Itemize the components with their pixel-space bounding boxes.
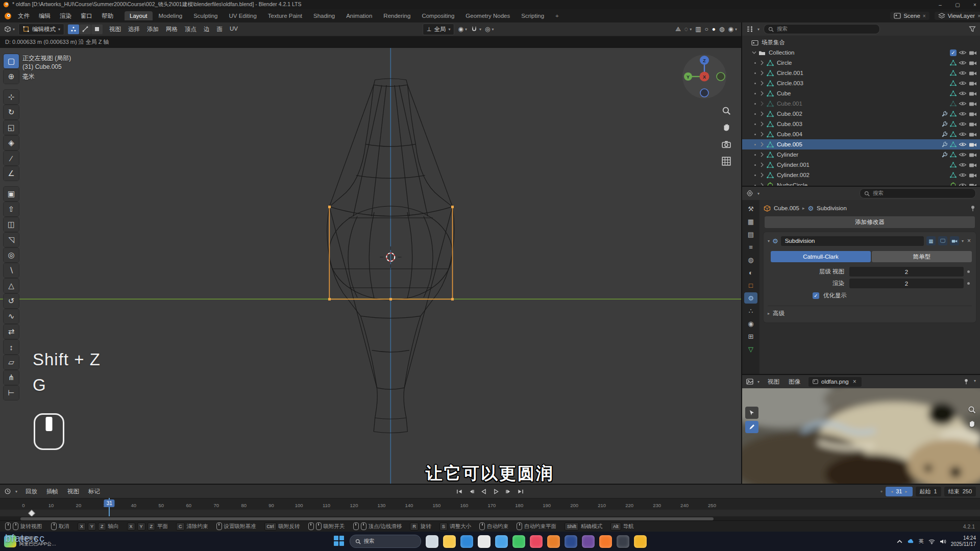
frame-end-field[interactable]: 结束 250 [944,487,976,496]
timeline-menu-item[interactable]: 标记 [84,487,104,496]
viewport-menu-item[interactable]: 顶点 [182,24,200,34]
shading-solid-icon[interactable]: ● [712,26,716,33]
viewlayer-selector[interactable]: ViewLayer × [935,12,980,20]
expand-icon[interactable] [760,111,765,116]
properties-tab-particles[interactable]: ∴ [744,305,757,316]
hide-eye-icon[interactable] [959,70,967,76]
hide-eye-icon[interactable] [959,111,967,117]
outliner-item[interactable]: Cube.002 [742,109,980,119]
auto-key-icon[interactable]: ◦ [880,488,883,495]
timeline-menu-item[interactable]: 插帧 [42,487,62,496]
workspace-tab[interactable]: Shading [308,11,340,20]
image-canvas[interactable] [742,388,980,484]
timeline-menu-item[interactable]: 回放 [21,487,41,496]
shading-rendered-icon[interactable]: ◉▾ [728,26,738,33]
workspace-tab[interactable]: Rendering [378,11,415,20]
hide-eye-icon[interactable] [959,182,967,186]
start-button[interactable] [334,536,345,547]
outliner-item[interactable]: Circle [742,58,980,68]
tool-cursor[interactable]: ⊕ [4,69,19,84]
sample-tool-button[interactable] [745,407,758,419]
tool-bevel[interactable]: ◹ [4,233,19,247]
tool-rip-edge[interactable]: ⊢ [4,386,19,400]
mode-dropdown[interactable]: 编辑模式 ▾ [18,23,64,35]
volume-icon[interactable] [940,538,946,545]
modifier-name-field[interactable]: Subdivision [781,236,924,246]
tool-poly-build[interactable]: △ [4,279,19,293]
levels-viewport-field[interactable]: 2 [849,267,964,277]
collection-row[interactable]: Collection ✓ [742,47,980,58]
disable-render-icon[interactable] [969,90,977,96]
collection-camera-icon[interactable] [969,49,977,56]
outliner-type-icon[interactable] [746,26,753,32]
tool-measure[interactable]: ∠ [4,166,19,181]
properties-tab-constraints[interactable]: ⊞ [744,331,757,342]
taskbar-app-task-view[interactable] [426,535,438,548]
workspace-tab[interactable]: Modeling [154,11,188,20]
show-gizmo-icon[interactable]: ⟁ [675,26,681,33]
outliner-item[interactable]: Cube.004 [742,129,980,139]
topbar-menu-item[interactable]: 窗口 [77,11,96,21]
tool-shear[interactable]: ▱ [4,355,19,369]
filter-funnel-icon[interactable] [969,26,976,32]
outliner-item[interactable]: Circle.001 [742,68,980,78]
taskbar-app-browser[interactable] [634,535,647,548]
close-button[interactable]: × [967,1,980,9]
disable-render-icon[interactable] [969,152,977,158]
taskbar-app-photoshop[interactable] [565,535,577,548]
expand-icon[interactable] [760,183,765,186]
workspace-tab[interactable]: Layout [125,11,153,20]
maximize-button[interactable]: ▢ [949,1,966,9]
onedrive-icon[interactable] [908,538,914,545]
tool-rip-region[interactable]: ⋔ [4,370,19,385]
tool-knife[interactable]: ∖ [4,263,19,278]
properties-tab-object[interactable]: □ [744,280,757,291]
expand-icon[interactable] [760,152,765,157]
tool-move[interactable]: ⊹ [4,90,19,104]
blender-menu-icon[interactable] [4,12,12,20]
taskbar-app-wechat[interactable] [512,535,525,548]
edge-select-button[interactable] [80,24,91,34]
disable-render-icon[interactable] [969,182,977,186]
grid-toggle-icon[interactable] [722,157,731,166]
disable-render-icon[interactable] [969,131,977,137]
workspace-tab[interactable]: Compositing [416,11,459,20]
pan-hand-icon[interactable] [722,123,731,132]
pivot-dropdown[interactable]: ◉▾ [458,26,467,33]
viewport-3d[interactable]: ▢⊕⊹↻◱◈∕∠▣⇧◫◹◎∖△↺∿⇄↕▱⋔⊢ 正交左视图 (局部) (31) C… [0,48,741,484]
camera-view-icon[interactable] [722,140,731,149]
outliner-item[interactable]: Cylinder.002 [742,170,980,180]
shading-wireframe-icon[interactable]: ○ [705,26,708,33]
tool-edge-slide[interactable]: ⇄ [4,324,19,339]
taskbar-app-music[interactable] [547,535,560,548]
image-editor-menu-item[interactable]: 视图 [764,377,783,387]
expand-icon[interactable] [760,162,765,167]
outliner-item[interactable]: Cylinder [742,149,980,160]
shading-material-icon[interactable]: ◍ [719,26,724,33]
disable-render-icon[interactable] [969,60,977,66]
frame-start-field[interactable]: 起始 1 [916,487,941,496]
hide-eye-icon[interactable] [959,101,967,107]
workspace-tab[interactable]: UV Editing [224,11,262,20]
expand-icon[interactable] [760,121,765,127]
tool-scale[interactable]: ◱ [4,120,19,135]
workspace-tab[interactable]: Sculpting [188,11,223,20]
outliner-item[interactable]: Cube.005 [742,139,980,149]
properties-tab-modifiers[interactable]: ⚙ [744,292,757,304]
timeline-ruler[interactable]: 0102030405060708090100110120130140150160… [0,498,980,510]
image-pan-icon[interactable] [968,420,976,428]
hide-eye-icon[interactable] [959,141,967,147]
modifier-close-icon[interactable]: × [966,237,972,244]
input-language-indicator[interactable]: 英 [919,538,924,545]
viewport-menu-item[interactable]: 网格 [163,24,181,34]
jump-to-start-button[interactable] [454,487,465,496]
tool-add-cube[interactable]: ▣ [4,187,19,201]
hide-eye-icon[interactable] [959,152,967,158]
scene-unlink-icon[interactable]: × [923,13,926,19]
topbar-menu-item[interactable]: 编辑 [35,11,55,21]
outliner-item[interactable]: Cube.003 [742,119,980,129]
expand-icon[interactable] [760,132,765,137]
image-editor-options-icon[interactable]: ▾ [974,379,976,385]
image-editor-type-icon[interactable] [746,379,753,385]
properties-search-input[interactable]: 搜索 [860,188,976,198]
